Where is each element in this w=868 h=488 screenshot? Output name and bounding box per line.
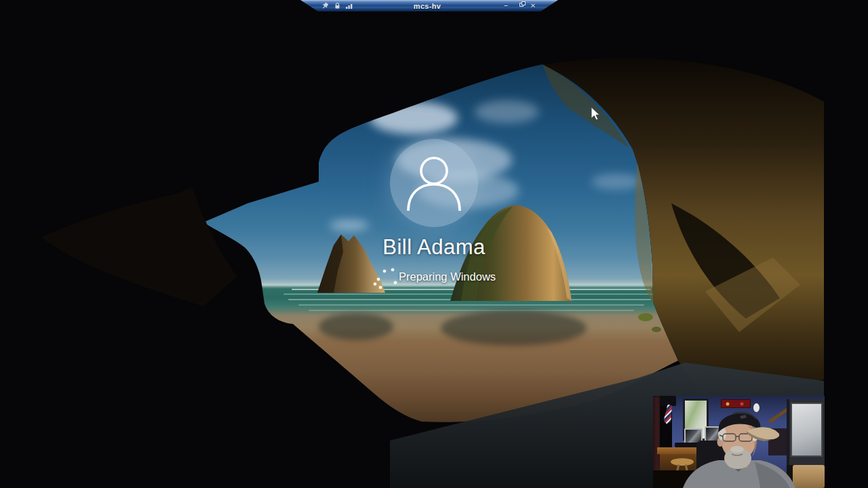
connection-bar-title: mcs-hv <box>414 2 441 10</box>
close-button[interactable]: ✕ <box>528 1 538 10</box>
minimize-button[interactable]: – <box>501 1 511 10</box>
video-frame: mcs-hv – ✕ Bill Adama <box>0 0 868 488</box>
arrow-cursor <box>591 106 601 121</box>
lock-icon <box>333 2 341 10</box>
connection-bar-window-controls: – ✕ <box>501 0 538 12</box>
presenter-webcam-overlay <box>653 396 825 488</box>
restore-button[interactable] <box>515 1 524 10</box>
webcam-presenter <box>653 396 825 488</box>
connection-bar[interactable]: mcs-hv – ✕ <box>300 0 558 12</box>
connection-bar-left-icons <box>321 0 353 12</box>
signal-bars-icon <box>345 2 353 10</box>
pin-icon[interactable] <box>321 2 329 10</box>
